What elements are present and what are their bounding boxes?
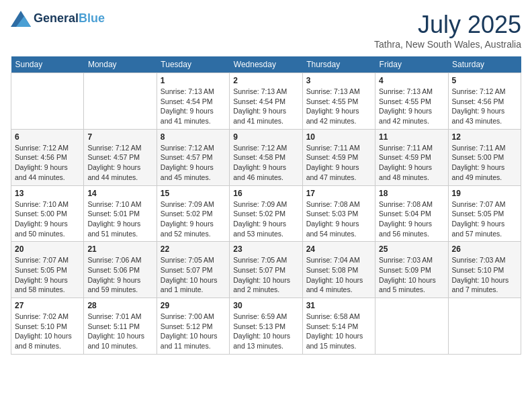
calendar-cell: 29Sunrise: 7:00 AMSunset: 5:12 PMDayligh… <box>157 298 229 355</box>
month-title: July 2025 <box>374 11 521 39</box>
logo-icon <box>11 11 31 27</box>
calendar-cell: 4Sunrise: 7:13 AMSunset: 4:55 PMDaylight… <box>375 73 448 130</box>
logo-text: GeneralBlue <box>34 12 105 26</box>
calendar-cell: 3Sunrise: 7:13 AMSunset: 4:55 PMDaylight… <box>302 73 375 130</box>
day-number: 7 <box>87 132 152 142</box>
calendar: SundayMondayTuesdayWednesdayThursdayFrid… <box>11 56 521 355</box>
day-number: 13 <box>15 189 80 198</box>
day-number: 4 <box>379 76 444 85</box>
day-number: 11 <box>379 132 444 142</box>
day-info: Sunrise: 7:11 AMSunset: 4:59 PMDaylight:… <box>379 143 444 183</box>
calendar-week-row: 13Sunrise: 7:10 AMSunset: 5:00 PMDayligh… <box>11 185 521 242</box>
calendar-cell: 15Sunrise: 7:09 AMSunset: 5:02 PMDayligh… <box>157 185 229 242</box>
calendar-cell: 17Sunrise: 7:08 AMSunset: 5:03 PMDayligh… <box>302 185 375 242</box>
calendar-cell: 6Sunrise: 7:12 AMSunset: 4:56 PMDaylight… <box>11 129 84 185</box>
calendar-cell: 20Sunrise: 7:07 AMSunset: 5:05 PMDayligh… <box>11 242 84 298</box>
day-info: Sunrise: 7:12 AMSunset: 4:58 PMDaylight:… <box>233 143 298 183</box>
calendar-cell <box>448 298 521 355</box>
day-info: Sunrise: 7:02 AMSunset: 5:10 PMDaylight:… <box>15 312 80 351</box>
calendar-cell: 23Sunrise: 7:05 AMSunset: 5:07 PMDayligh… <box>230 242 302 298</box>
calendar-cell: 24Sunrise: 7:04 AMSunset: 5:08 PMDayligh… <box>302 242 375 298</box>
day-number: 8 <box>161 132 226 142</box>
calendar-cell: 12Sunrise: 7:11 AMSunset: 5:00 PMDayligh… <box>448 129 521 185</box>
day-info: Sunrise: 6:59 AMSunset: 5:13 PMDaylight:… <box>233 312 298 351</box>
calendar-cell: 25Sunrise: 7:03 AMSunset: 5:09 PMDayligh… <box>375 242 448 298</box>
calendar-week-row: 6Sunrise: 7:12 AMSunset: 4:56 PMDaylight… <box>11 129 521 185</box>
weekday-header: Tuesday <box>157 56 229 73</box>
day-number: 6 <box>15 132 80 142</box>
day-info: Sunrise: 7:05 AMSunset: 5:07 PMDaylight:… <box>233 255 298 295</box>
calendar-cell: 5Sunrise: 7:12 AMSunset: 4:56 PMDaylight… <box>448 73 521 130</box>
calendar-cell: 26Sunrise: 7:03 AMSunset: 5:10 PMDayligh… <box>448 242 521 298</box>
day-number: 29 <box>161 301 226 310</box>
calendar-cell: 21Sunrise: 7:06 AMSunset: 5:06 PMDayligh… <box>84 242 157 298</box>
day-number: 31 <box>306 301 371 310</box>
day-info: Sunrise: 7:11 AMSunset: 5:00 PMDaylight:… <box>452 143 517 183</box>
day-info: Sunrise: 7:10 AMSunset: 5:00 PMDaylight:… <box>15 199 80 239</box>
day-info: Sunrise: 7:00 AMSunset: 5:12 PMDaylight:… <box>161 312 226 351</box>
calendar-cell: 16Sunrise: 7:09 AMSunset: 5:02 PMDayligh… <box>230 185 302 242</box>
day-info: Sunrise: 7:09 AMSunset: 5:02 PMDaylight:… <box>161 199 226 239</box>
calendar-cell <box>375 298 448 355</box>
day-info: Sunrise: 7:04 AMSunset: 5:08 PMDaylight:… <box>306 255 371 295</box>
weekday-header-row: SundayMondayTuesdayWednesdayThursdayFrid… <box>11 56 521 73</box>
day-info: Sunrise: 7:06 AMSunset: 5:06 PMDaylight:… <box>87 255 152 295</box>
day-number: 19 <box>452 189 517 198</box>
calendar-week-row: 20Sunrise: 7:07 AMSunset: 5:05 PMDayligh… <box>11 242 521 298</box>
weekday-header: Monday <box>84 56 157 73</box>
day-info: Sunrise: 7:13 AMSunset: 4:55 PMDaylight:… <box>306 87 371 126</box>
day-number: 16 <box>233 189 298 198</box>
calendar-week-row: 1Sunrise: 7:13 AMSunset: 4:54 PMDaylight… <box>11 73 521 130</box>
calendar-cell: 9Sunrise: 7:12 AMSunset: 4:58 PMDaylight… <box>230 129 302 185</box>
calendar-cell: 27Sunrise: 7:02 AMSunset: 5:10 PMDayligh… <box>11 298 84 355</box>
day-info: Sunrise: 7:10 AMSunset: 5:01 PMDaylight:… <box>87 199 152 239</box>
day-number: 2 <box>233 76 298 85</box>
calendar-cell: 10Sunrise: 7:11 AMSunset: 4:59 PMDayligh… <box>302 129 375 185</box>
calendar-cell: 8Sunrise: 7:12 AMSunset: 4:57 PMDaylight… <box>157 129 229 185</box>
calendar-cell <box>11 73 84 130</box>
day-number: 17 <box>306 189 371 198</box>
day-info: Sunrise: 7:12 AMSunset: 4:56 PMDaylight:… <box>452 87 517 126</box>
day-info: Sunrise: 6:58 AMSunset: 5:14 PMDaylight:… <box>306 312 371 351</box>
day-number: 30 <box>233 301 298 310</box>
calendar-cell: 18Sunrise: 7:08 AMSunset: 5:04 PMDayligh… <box>375 185 448 242</box>
day-number: 21 <box>87 244 152 254</box>
day-info: Sunrise: 7:09 AMSunset: 5:02 PMDaylight:… <box>233 199 298 239</box>
weekday-header: Thursday <box>302 56 375 73</box>
day-number: 12 <box>452 132 517 142</box>
day-info: Sunrise: 7:08 AMSunset: 5:03 PMDaylight:… <box>306 199 371 239</box>
day-number: 1 <box>161 76 226 85</box>
day-number: 27 <box>15 301 80 310</box>
weekday-header: Sunday <box>11 56 84 73</box>
day-info: Sunrise: 7:13 AMSunset: 4:54 PMDaylight:… <box>161 87 226 126</box>
calendar-cell: 14Sunrise: 7:10 AMSunset: 5:01 PMDayligh… <box>84 185 157 242</box>
day-number: 5 <box>452 76 517 85</box>
day-number: 28 <box>87 301 152 310</box>
calendar-cell <box>84 73 157 130</box>
calendar-cell: 2Sunrise: 7:13 AMSunset: 4:54 PMDaylight… <box>230 73 302 130</box>
calendar-cell: 22Sunrise: 7:05 AMSunset: 5:07 PMDayligh… <box>157 242 229 298</box>
day-number: 15 <box>161 189 226 198</box>
calendar-cell: 28Sunrise: 7:01 AMSunset: 5:11 PMDayligh… <box>84 298 157 355</box>
day-number: 9 <box>233 132 298 142</box>
day-info: Sunrise: 7:01 AMSunset: 5:11 PMDaylight:… <box>87 312 152 351</box>
weekday-header: Friday <box>375 56 448 73</box>
day-info: Sunrise: 7:05 AMSunset: 5:07 PMDaylight:… <box>161 255 226 295</box>
day-info: Sunrise: 7:03 AMSunset: 5:09 PMDaylight:… <box>379 255 444 295</box>
day-number: 20 <box>15 244 80 254</box>
day-info: Sunrise: 7:03 AMSunset: 5:10 PMDaylight:… <box>452 255 517 295</box>
day-info: Sunrise: 7:12 AMSunset: 4:56 PMDaylight:… <box>15 143 80 183</box>
weekday-header: Saturday <box>448 56 521 73</box>
weekday-header: Wednesday <box>230 56 302 73</box>
calendar-week-row: 27Sunrise: 7:02 AMSunset: 5:10 PMDayligh… <box>11 298 521 355</box>
calendar-cell: 7Sunrise: 7:12 AMSunset: 4:57 PMDaylight… <box>84 129 157 185</box>
subtitle: Tathra, New South Wales, Australia <box>374 39 521 50</box>
logo: GeneralBlue <box>11 11 105 27</box>
day-info: Sunrise: 7:13 AMSunset: 4:54 PMDaylight:… <box>233 87 298 126</box>
title-block: July 2025 Tathra, New South Wales, Austr… <box>374 11 521 50</box>
day-number: 25 <box>379 244 444 254</box>
day-number: 14 <box>87 189 152 198</box>
calendar-cell: 19Sunrise: 7:07 AMSunset: 5:05 PMDayligh… <box>448 185 521 242</box>
day-info: Sunrise: 7:12 AMSunset: 4:57 PMDaylight:… <box>161 143 226 183</box>
day-info: Sunrise: 7:08 AMSunset: 5:04 PMDaylight:… <box>379 199 444 239</box>
